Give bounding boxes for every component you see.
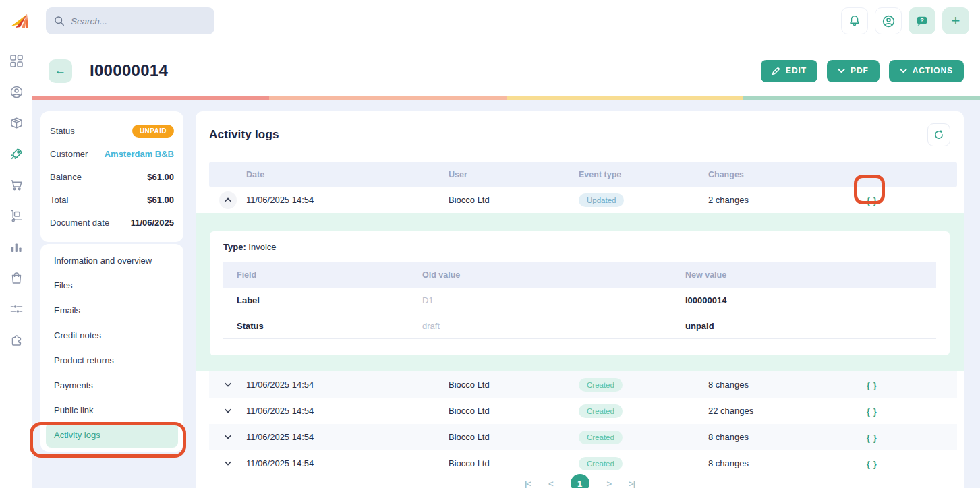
- header-actions: EDIT PDF ACTIONS: [761, 60, 964, 82]
- nav-item-label: Activity logs: [54, 430, 100, 440]
- expand-toggle[interactable]: [209, 382, 246, 387]
- current-page-button[interactable]: 1: [571, 474, 589, 488]
- customer-link[interactable]: Amsterdam B&B: [105, 149, 174, 159]
- expand-toggle[interactable]: [209, 435, 246, 439]
- json-braces-icon[interactable]: { }: [867, 381, 877, 390]
- nav-item-label: Files: [54, 280, 72, 291]
- next-page-button[interactable]: >: [607, 479, 612, 488]
- document-header: ← I00000014 EDIT PDF ACTIONS: [32, 42, 980, 100]
- table-row[interactable]: 11/06/2025 14:54 Biocco Ltd Created 8 ch…: [209, 424, 957, 450]
- puzzle-icon[interactable]: [9, 333, 24, 347]
- prev-page-button[interactable]: <: [548, 479, 553, 488]
- column-old-value: Old value: [409, 270, 672, 280]
- nav-item-label: Public link: [54, 405, 94, 415]
- refresh-button[interactable]: [927, 123, 950, 146]
- sliders-icon[interactable]: [9, 302, 24, 316]
- invoice-nav-item[interactable]: Product returns: [46, 348, 178, 373]
- old-value: D1: [409, 295, 672, 305]
- json-braces-icon[interactable]: { }: [867, 407, 877, 417]
- actions-button[interactable]: ACTIONS: [889, 60, 964, 82]
- expand-toggle[interactable]: [209, 408, 246, 413]
- first-page-button[interactable]: |<: [525, 479, 531, 488]
- pagination: |< < 1 > >|: [196, 474, 964, 488]
- strip-segment: [269, 96, 506, 100]
- log-user: Biocco Ltd: [449, 195, 579, 205]
- activity-logs-panel: Activity logs Date User Event type Chang…: [196, 111, 964, 488]
- table-row[interactable]: 11/06/2025 14:54 Biocco Ltd Created 22 c…: [209, 398, 957, 424]
- bar-chart-icon[interactable]: [9, 240, 24, 254]
- last-page-button[interactable]: >|: [629, 479, 635, 488]
- strip-segment: [507, 96, 743, 100]
- log-date: 11/06/2025 14:54: [246, 458, 449, 468]
- contacts-icon[interactable]: [9, 85, 24, 99]
- expand-toggle[interactable]: [209, 461, 246, 466]
- summary-row-document-date: Document date 11/06/2025: [40, 211, 183, 234]
- pdf-button[interactable]: PDF: [827, 60, 880, 82]
- rocket-icon[interactable]: [9, 147, 24, 161]
- invoice-nav-item[interactable]: Activity logs: [46, 423, 178, 448]
- table-row[interactable]: 11/06/2025 14:54 Biocco Ltd Created 8 ch…: [209, 371, 957, 398]
- invoice-nav-item[interactable]: Payments: [46, 373, 178, 398]
- balance-value: $61.00: [147, 172, 174, 182]
- log-type-line: Type: Invoice: [210, 242, 950, 262]
- invoice-nav-item[interactable]: Information and overview: [46, 248, 178, 273]
- dashboard-grid-icon[interactable]: [9, 54, 24, 68]
- activity-logs-title: Activity logs: [209, 128, 279, 142]
- column-field: Field: [223, 270, 409, 280]
- bell-icon: [848, 14, 861, 28]
- invoice-nav-item[interactable]: Files: [46, 273, 178, 298]
- brand-logo-icon[interactable]: [9, 9, 32, 32]
- invoice-nav-item[interactable]: Credit notes: [46, 323, 178, 348]
- strip-segment: [32, 96, 269, 100]
- add-button[interactable]: +: [942, 7, 969, 34]
- pencil-icon: [772, 67, 780, 75]
- type-label: Type:: [223, 242, 246, 252]
- old-value: draft: [409, 321, 672, 331]
- invoice-nav-item[interactable]: Emails: [46, 298, 178, 323]
- summary-row-status: Status UNPAID: [40, 119, 183, 142]
- field-name: Status: [223, 321, 409, 331]
- cart-icon[interactable]: [9, 178, 24, 192]
- column-changes: Changes: [708, 170, 867, 179]
- notifications-button[interactable]: [841, 7, 868, 34]
- log-changes: 2 changes: [708, 195, 867, 205]
- table-row[interactable]: 11/06/2025 14:54 Biocco Ltd Created 8 ch…: [209, 450, 957, 477]
- back-button[interactable]: ←: [49, 59, 72, 83]
- invoice-nav-item[interactable]: Public link: [46, 398, 178, 423]
- package-icon[interactable]: [9, 116, 24, 130]
- handtruck-icon[interactable]: [9, 209, 24, 223]
- balance-label: Balance: [50, 172, 82, 182]
- json-braces-icon[interactable]: { }: [867, 433, 877, 443]
- collapse-toggle[interactable]: [209, 191, 246, 209]
- refresh-icon: [933, 129, 944, 140]
- detail-row-status: Status draft unpaid: [223, 313, 936, 339]
- pdf-button-label: PDF: [851, 66, 869, 75]
- document-date-label: Document date: [50, 218, 109, 228]
- json-braces-icon[interactable]: { }: [867, 196, 877, 206]
- help-button[interactable]: ?: [909, 7, 935, 34]
- actions-button-label: ACTIONS: [913, 66, 953, 75]
- chevron-down-icon: [900, 68, 907, 73]
- detail-row-label: Label D1 I00000014: [223, 288, 936, 313]
- log-changes: 8 changes: [708, 432, 867, 442]
- search-box[interactable]: [46, 7, 214, 34]
- status-progress-strip: [32, 96, 980, 100]
- log-user: Biocco Ltd: [449, 379, 579, 390]
- log-date: 11/06/2025 14:54: [246, 195, 449, 205]
- chevron-down-icon: [225, 408, 231, 413]
- log-user: Biocco Ltd: [449, 406, 579, 416]
- json-braces-icon[interactable]: { }: [867, 460, 877, 469]
- document-date-value: 11/06/2025: [131, 218, 174, 228]
- chevron-down-icon: [225, 382, 231, 387]
- topbar-actions: ? +: [841, 7, 969, 34]
- event-type-badge: Created: [579, 378, 623, 392]
- chevron-up-icon: [225, 197, 231, 202]
- customer-label: Customer: [50, 149, 88, 159]
- table-row-expanded[interactable]: 11/06/2025 14:54 Biocco Ltd Updated 2 ch…: [209, 187, 957, 213]
- total-label: Total: [50, 195, 68, 205]
- search-input[interactable]: [71, 16, 192, 26]
- shopping-bag-icon[interactable]: [9, 271, 24, 285]
- edit-button[interactable]: EDIT: [761, 60, 817, 82]
- user-circle-icon: [882, 14, 896, 28]
- account-button[interactable]: [875, 7, 902, 34]
